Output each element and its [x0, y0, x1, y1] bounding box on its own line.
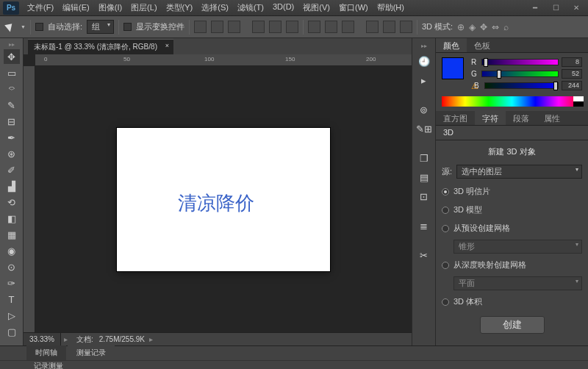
brushpreset-panel-icon[interactable]: ✎⊞ [417, 121, 431, 136]
pen-tool[interactable]: ✑ [4, 276, 20, 290]
document-tab[interactable]: 未标题-1 @ 33.3% (清凉降价, RGB/8)× [28, 39, 173, 54]
tools-panel-icon[interactable]: ✂ [417, 248, 431, 262]
menu-type[interactable]: 类型(Y) [162, 1, 197, 15]
radio-model[interactable] [442, 207, 449, 214]
menu-filter[interactable]: 滤镜(T) [234, 1, 268, 15]
3d-roll-icon[interactable]: ◈ [469, 22, 476, 32]
move-tool[interactable]: ✥ [4, 49, 20, 64]
auto-select-checkbox[interactable] [35, 23, 43, 31]
doc-info-arrow-icon[interactable]: ▸ [149, 335, 153, 343]
eyedropper-tool[interactable]: ✒ [4, 130, 20, 145]
paths-panel-icon[interactable]: ⊡ [417, 189, 431, 204]
align-hcenter-icon[interactable] [269, 21, 282, 33]
close-button[interactable]: ✕ [567, 3, 585, 13]
brush-tool[interactable]: ✐ [4, 162, 20, 177]
menu-3d[interactable]: 3D(D) [269, 1, 298, 15]
transform-checkbox[interactable] [123, 23, 132, 31]
radio-depth-mesh[interactable] [442, 262, 449, 269]
close-tab-icon[interactable]: × [165, 42, 169, 49]
tool-preset-dropdown-icon[interactable]: ▼ [21, 24, 26, 29]
radio-preset-mesh[interactable] [442, 225, 449, 232]
tools-grip-icon[interactable]: ▸▸ [9, 41, 15, 48]
tab-swatches[interactable]: 色板 [467, 38, 498, 52]
crop-tool[interactable]: ⊟ [4, 114, 20, 129]
viewport[interactable]: 清凉降价 [35, 66, 412, 332]
align-vcenter-icon[interactable] [211, 21, 223, 33]
3d-orbit-icon[interactable]: ⊕ [457, 22, 465, 32]
lasso-tool[interactable]: ⌔ [4, 82, 20, 96]
maximize-button[interactable]: ☐ [547, 3, 564, 13]
source-select[interactable]: 选中的图层 [456, 165, 582, 179]
distribute-bottom-icon[interactable] [342, 21, 354, 33]
history-brush-tool[interactable]: ⟲ [4, 195, 20, 209]
marquee-tool[interactable]: ▭ [4, 65, 20, 80]
distribute-left-icon[interactable] [366, 21, 379, 33]
shape-tool[interactable]: ▢ [4, 324, 20, 339]
r-slider[interactable] [481, 59, 559, 65]
blur-tool[interactable]: ◉ [4, 243, 20, 258]
align-top-icon[interactable] [194, 21, 207, 33]
dodge-tool[interactable]: ⊙ [4, 259, 20, 274]
align-left-icon[interactable] [252, 21, 265, 33]
brush-panel-icon[interactable]: ⊚ [417, 102, 431, 117]
auto-select-target-select[interactable]: 组 [87, 20, 114, 34]
tab-histogram[interactable]: 直方图 [436, 111, 475, 125]
info-panel-icon[interactable]: ≣ [417, 218, 431, 233]
menu-window[interactable]: 窗口(W) [335, 1, 372, 15]
depth-mesh-select[interactable]: 平面 [453, 276, 582, 290]
status-arrow-icon[interactable]: ▸ [64, 335, 68, 343]
path-select-tool[interactable]: ▷ [4, 308, 20, 323]
distribute-top-icon[interactable] [308, 21, 320, 33]
g-value-input[interactable]: 52 [562, 69, 582, 79]
stamp-tool[interactable]: ▟ [4, 179, 20, 193]
tab-3d[interactable]: 3D [436, 126, 461, 140]
radio-volume[interactable] [442, 298, 449, 306]
quick-select-tool[interactable]: ✎ [4, 98, 20, 112]
canvas-text-layer[interactable]: 清凉降价 [178, 190, 254, 216]
actions-panel-icon[interactable]: ▸ [417, 73, 431, 87]
align-right-icon[interactable] [286, 21, 298, 33]
tab-timeline[interactable]: 时间轴 [26, 345, 66, 360]
3d-slide-icon[interactable]: ⇔ [492, 22, 499, 32]
distribute-vcenter-icon[interactable] [325, 21, 337, 33]
foreground-swatch[interactable] [442, 57, 464, 79]
g-slider[interactable] [481, 71, 559, 77]
tab-character[interactable]: 字符 [475, 111, 506, 125]
canvas[interactable]: 清凉降价 [117, 128, 330, 271]
menu-file[interactable]: 文件(F) [24, 1, 57, 15]
type-tool[interactable]: T [4, 292, 20, 307]
tab-paragraph[interactable]: 段落 [506, 111, 537, 125]
align-bottom-icon[interactable] [228, 21, 240, 33]
menu-layer[interactable]: 图层(L) [127, 1, 160, 15]
record-measurement-button[interactable]: 记录测量 [34, 362, 63, 369]
channels-panel-icon[interactable]: ▤ [417, 170, 431, 184]
zoom-level-input[interactable]: 33.33% [24, 333, 61, 345]
layers-panel-icon[interactable]: ❐ [417, 151, 431, 165]
b-value-input[interactable]: 244 [562, 81, 582, 90]
gradient-tool[interactable]: ▦ [4, 227, 20, 242]
ruler-horizontal[interactable]: 0 50 100 150 200 [35, 54, 412, 66]
ruler-vertical[interactable] [24, 66, 35, 332]
distribute-hcenter-icon[interactable] [383, 21, 395, 33]
menu-help[interactable]: 帮助(H) [373, 1, 408, 15]
preset-mesh-select[interactable]: 锥形 [453, 240, 582, 254]
create-button[interactable]: 创建 [480, 316, 545, 334]
minimize-button[interactable]: ━ [526, 3, 544, 13]
history-panel-icon[interactable]: 🕘 [417, 54, 431, 68]
distribute-right-icon[interactable] [400, 21, 412, 33]
menu-view[interactable]: 视图(V) [299, 1, 334, 15]
r-value-input[interactable]: 8 [562, 57, 582, 67]
tab-color[interactable]: 颜色 [436, 38, 467, 52]
eraser-tool[interactable]: ◧ [4, 211, 20, 226]
menu-image[interactable]: 图像(I) [95, 1, 126, 15]
menu-select[interactable]: 选择(S) [198, 1, 232, 15]
3d-zoom-icon[interactable]: ⌕ [503, 22, 509, 32]
tab-properties[interactable]: 属性 [537, 111, 567, 125]
heal-tool[interactable]: ⊛ [4, 146, 20, 161]
radio-postcard[interactable] [442, 188, 449, 196]
tab-measurement-log[interactable]: 测量记录 [68, 345, 115, 360]
color-spectrum[interactable] [442, 96, 582, 107]
3d-pan-icon[interactable]: ✥ [480, 22, 487, 32]
strip-grip-icon[interactable]: ▸▸ [421, 43, 427, 49]
b-slider[interactable] [484, 82, 559, 89]
